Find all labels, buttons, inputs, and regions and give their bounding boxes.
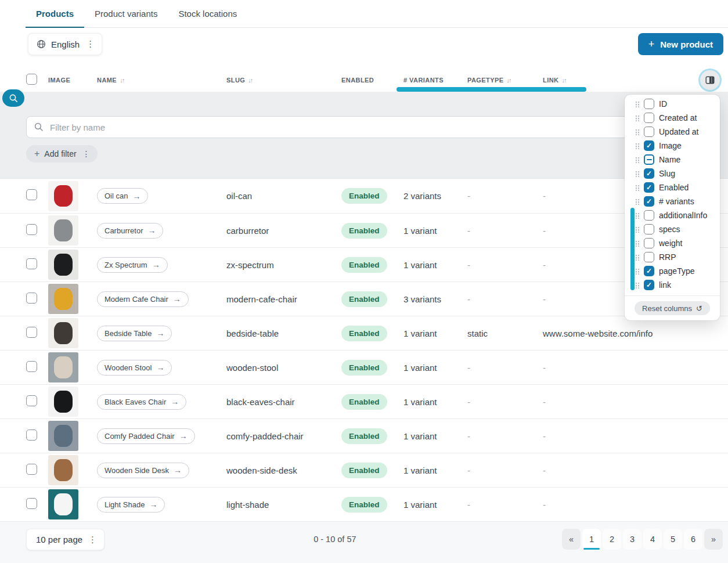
product-name-chip[interactable]: Comfy Padded Chair→ [97, 428, 195, 444]
checkbox-checked[interactable]: ✓ [644, 168, 654, 179]
checkbox[interactable] [644, 210, 654, 221]
checkbox-checked[interactable]: ✓ [644, 266, 654, 276]
search-toggle-button[interactable] [2, 89, 24, 107]
pagetype-value: - [467, 431, 543, 441]
search-icon [34, 122, 44, 132]
prev-page-button[interactable]: « [562, 529, 581, 550]
per-page-selector[interactable]: 10 per page ⋮ [26, 529, 104, 550]
sort-icon[interactable]: ↓↑ [561, 77, 565, 84]
column-option-link[interactable]: ✓ link [625, 278, 720, 292]
column-option-image[interactable]: ✓ Image [625, 139, 720, 153]
column-option-slug[interactable]: ✓ Slug [625, 167, 720, 181]
column-picker-button[interactable] [700, 70, 720, 90]
column-header-slug[interactable]: SLUG↓↑ [226, 77, 341, 84]
product-name-chip[interactable]: Light Shade→ [97, 497, 165, 513]
filter-menu-icon[interactable]: ⋮ [82, 149, 91, 158]
tab-product-variants[interactable]: Product variants [84, 0, 168, 27]
language-selector[interactable]: English ⋮ [28, 33, 102, 55]
reset-columns-button[interactable]: Reset columns ↺ [635, 301, 710, 315]
product-name-chip[interactable]: Modern Cafe Chair→ [97, 291, 189, 307]
checkbox-checked[interactable]: ✓ [644, 196, 654, 207]
page-button-4[interactable]: 4 [643, 529, 662, 550]
product-name-chip[interactable]: Bedside Table→ [97, 326, 172, 341]
enabled-badge: Enabled [341, 326, 387, 341]
drag-handle-icon[interactable] [635, 171, 639, 177]
variants-count: 1 variant [403, 363, 467, 373]
row-checkbox[interactable] [26, 327, 37, 338]
page-button-3[interactable]: 3 [623, 529, 641, 550]
product-name-chip[interactable]: Wooden Stool→ [97, 360, 172, 376]
column-option-enabled[interactable]: ✓ Enabled [625, 181, 720, 194]
checkbox[interactable] [644, 238, 654, 248]
product-name-chip[interactable]: Oil can→ [97, 188, 148, 204]
row-checkbox[interactable] [26, 293, 37, 304]
row-checkbox[interactable] [26, 395, 37, 406]
drag-handle-icon[interactable] [635, 185, 639, 191]
row-checkbox[interactable] [26, 430, 37, 441]
column-option-weight[interactable]: weight [625, 236, 720, 250]
tab-stock-locations[interactable]: Stock locations [168, 0, 247, 27]
horizontal-scrollbar[interactable] [397, 87, 586, 92]
column-option-created-at[interactable]: Created at [625, 111, 720, 125]
page-button-1[interactable]: 1 [582, 529, 601, 550]
drag-handle-icon[interactable] [635, 157, 639, 163]
row-checkbox[interactable] [26, 498, 37, 509]
column-option-additionalinfo[interactable]: additionalInfo [625, 208, 720, 222]
checkbox[interactable] [644, 127, 654, 137]
column-header-pagetype[interactable]: PAGETYPE↓↑ [467, 77, 543, 84]
language-menu-icon[interactable]: ⋮ [86, 39, 95, 49]
checkbox[interactable] [644, 252, 654, 262]
column-option-name[interactable]: Name [625, 153, 720, 167]
row-checkbox[interactable] [26, 464, 37, 475]
tab-products[interactable]: Products [26, 0, 84, 27]
product-name-chip[interactable]: Black Eaves Chair→ [97, 394, 186, 410]
checkbox[interactable] [644, 99, 654, 109]
column-header-image: IMAGE [48, 77, 97, 84]
filter-by-name-input[interactable] [26, 116, 720, 138]
column-option-specs[interactable]: specs [625, 222, 720, 236]
column-option-pagetype[interactable]: ✓ pageType [625, 264, 720, 278]
column-option-id[interactable]: ID [625, 97, 720, 111]
select-all-checkbox[interactable] [26, 74, 37, 85]
per-page-menu-icon[interactable]: ⋮ [88, 535, 97, 545]
drag-handle-icon[interactable] [635, 129, 639, 135]
checkbox[interactable] [644, 113, 654, 123]
drag-handle-icon[interactable] [635, 212, 639, 219]
row-checkbox[interactable] [26, 189, 37, 200]
checkbox-checked[interactable]: ✓ [644, 280, 654, 290]
drag-handle-icon[interactable] [635, 226, 639, 233]
new-product-button[interactable]: + New product [638, 33, 723, 55]
page-button-6[interactable]: 6 [684, 529, 702, 550]
sort-icon[interactable]: ↓↑ [507, 77, 511, 84]
product-name-chip[interactable]: Zx Spectrum→ [97, 257, 168, 273]
product-name-chip[interactable]: Wooden Side Desk→ [97, 463, 189, 478]
column-header-name[interactable]: NAME↓↑ [97, 77, 226, 84]
product-name-chip[interactable]: Carburretor→ [97, 223, 163, 239]
dropdown-scrollbar[interactable] [630, 208, 635, 290]
drag-handle-icon[interactable] [635, 143, 639, 149]
checkbox-indeterminate[interactable] [644, 154, 654, 165]
drag-handle-icon[interactable] [635, 254, 639, 261]
drag-handle-icon[interactable] [635, 199, 639, 205]
column-header-link[interactable]: LINK↓↑ [543, 77, 720, 84]
drag-handle-icon[interactable] [635, 101, 639, 107]
row-checkbox[interactable] [26, 361, 37, 372]
sort-icon[interactable]: ↓↑ [120, 77, 124, 84]
drag-handle-icon[interactable] [635, 240, 639, 247]
column-option-updated-at[interactable]: Updated at [625, 125, 720, 139]
add-filter-button[interactable]: + Add filter ⋮ [26, 145, 98, 163]
drag-handle-icon[interactable] [635, 115, 639, 121]
checkbox[interactable] [644, 224, 654, 234]
sort-icon[interactable]: ↓↑ [248, 77, 252, 84]
row-checkbox[interactable] [26, 258, 37, 269]
drag-handle-icon[interactable] [635, 268, 639, 275]
page-button-2[interactable]: 2 [603, 529, 621, 550]
row-checkbox[interactable] [26, 224, 37, 235]
column-option-rrp[interactable]: RRP [625, 250, 720, 264]
drag-handle-icon[interactable] [635, 282, 639, 288]
page-button-5[interactable]: 5 [664, 529, 682, 550]
next-page-button[interactable]: » [704, 529, 723, 550]
column-option-variants[interactable]: ✓ # variants [625, 194, 720, 208]
checkbox-checked[interactable]: ✓ [644, 140, 654, 151]
checkbox-checked[interactable]: ✓ [644, 182, 654, 193]
